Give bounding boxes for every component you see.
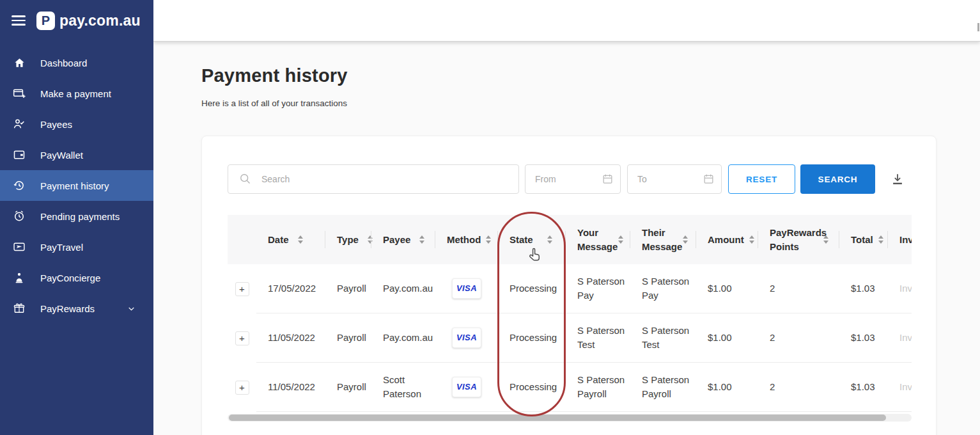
sidebar: P pay.com.au Dashboard Make a payment [0,0,153,435]
invoice-link[interactable]: Invoice [899,331,912,345]
clipped-scrollbar-mark [977,23,979,31]
page-title: Payment history [201,65,348,86]
sort-icon[interactable] [486,235,491,244]
col-your-message[interactable]: Your Message [566,215,630,264]
expand-row-button[interactable]: + [235,282,249,296]
page-subtitle: Here is a list of all of your transactio… [201,99,347,108]
search-field-wrap [228,164,519,194]
cell-points: 2 [758,363,839,412]
reset-button[interactable]: RESET [728,164,795,194]
cell-type: Payroll [325,264,371,313]
sidebar-item-payconcierge[interactable]: PayConcierge [0,262,153,293]
from-date-wrap [525,164,621,194]
sidebar-item-make-a-payment[interactable]: Make a payment [0,78,153,109]
sort-icon[interactable] [547,235,552,244]
calendar-icon[interactable] [602,173,614,187]
cell-type: Payroll [325,313,371,363]
expand-row-button[interactable]: + [235,381,249,395]
visa-card-badge: VISA [452,278,481,299]
col-payrewards-points[interactable]: PayRewards Points [758,215,839,264]
visa-card-badge: VISA [452,328,481,348]
table-row: + 17/05/2022 Payroll Pay.com.au VISA Pro… [228,264,912,313]
cell-total: $1.03 [839,313,888,363]
cell-date: 11/05/2022 [256,313,325,363]
cell-date: 17/05/2022 [256,264,325,313]
cell-points: 2 [758,313,839,363]
invoice-link[interactable]: Invoice [899,380,912,394]
to-date-wrap [627,164,722,194]
cell-their-message: S Paterson Payroll [630,363,696,412]
search-button[interactable]: SEARCH [800,164,875,194]
sidebar-item-paywallet[interactable]: PayWallet [0,139,153,170]
cell-their-message: S Paterson Test [630,313,696,363]
col-amount[interactable]: Amount [696,215,758,264]
pending-clock-icon [13,210,26,223]
cell-your-message: S Paterson Test [566,313,630,363]
sidebar-item-label: Make a payment [40,88,111,99]
sort-icon[interactable] [878,235,883,244]
cell-amount: $1.00 [696,313,758,363]
sidebar-item-label: Payment history [40,180,109,191]
home-icon [13,56,26,69]
col-date[interactable]: Date [256,215,325,264]
calendar-icon[interactable] [703,173,715,187]
concierge-icon [13,271,26,284]
sort-icon[interactable] [749,235,754,244]
cell-their-message: S Paterson Pay [630,264,696,313]
sidebar-item-paytravel[interactable]: PayTravel [0,232,153,262]
wallet-icon [13,148,26,161]
col-expand [228,215,256,264]
sidebar-item-payrewards[interactable]: PayRewards [0,293,153,324]
menu-hamburger-icon[interactable] [12,15,26,26]
cell-amount: $1.00 [696,264,758,313]
expand-row-button[interactable]: + [235,331,249,345]
invoice-link[interactable]: Invoice [899,281,912,296]
sidebar-item-label: PayRewards [40,303,95,314]
sort-icon[interactable] [298,235,303,244]
col-their-message[interactable]: Their Message [630,215,696,264]
col-total[interactable]: Total [839,215,888,264]
sidebar-item-payment-history[interactable]: Payment history [0,170,153,201]
sort-icon[interactable] [618,235,623,244]
sidebar-item-label: Pending payments [40,211,120,222]
history-icon [13,179,26,192]
search-input[interactable] [228,164,519,194]
brand-name[interactable]: pay.com.au [59,12,141,29]
filter-bar: RESET SEARCH [228,164,912,194]
cell-payee: Scott Paterson [371,363,435,412]
sidebar-item-payees[interactable]: Payees [0,109,153,139]
sidebar-item-label: Dashboard [40,58,87,68]
brand-logo-icon[interactable]: P [36,12,55,30]
download-icon[interactable] [889,171,906,187]
col-invoice[interactable]: Invoice [888,215,912,264]
sidebar-item-label: Payees [40,119,72,130]
sidebar-item-dashboard[interactable]: Dashboard [0,47,153,78]
col-state[interactable]: State [498,215,566,264]
top-header-bar [153,0,980,42]
col-payee[interactable]: Payee [371,215,435,264]
col-method[interactable]: Method [435,215,498,264]
search-icon [238,172,252,188]
payees-icon [13,118,26,130]
cell-payee: Pay.com.au [371,264,435,313]
sort-icon[interactable] [419,235,424,244]
sort-icon[interactable] [823,235,828,244]
horizontal-scrollbar-track[interactable] [228,414,912,422]
cell-date: 11/05/2022 [256,363,325,412]
sidebar-item-pending-payments[interactable]: Pending payments [0,201,153,232]
table-body: + 17/05/2022 Payroll Pay.com.au VISA Pro… [228,264,912,412]
cell-state: Processing [498,363,566,412]
horizontal-scrollbar-thumb[interactable] [229,415,886,421]
col-type[interactable]: Type [325,215,371,264]
table-header-row: Date Type Payee Method State [228,215,912,264]
chevron-down-icon[interactable] [127,304,136,315]
cell-your-message: S Paterson Payroll [566,363,630,412]
cell-amount: $1.00 [696,363,758,412]
cell-state: Processing [498,264,566,313]
sidebar-nav: Dashboard Make a payment Payees [0,47,153,324]
card-plus-icon [13,87,26,100]
cell-payee: Pay.com.au [371,313,435,363]
sort-icon[interactable] [683,235,688,244]
transactions-table: Date Type Payee Method State [228,215,912,412]
cell-total: $1.03 [839,264,888,313]
